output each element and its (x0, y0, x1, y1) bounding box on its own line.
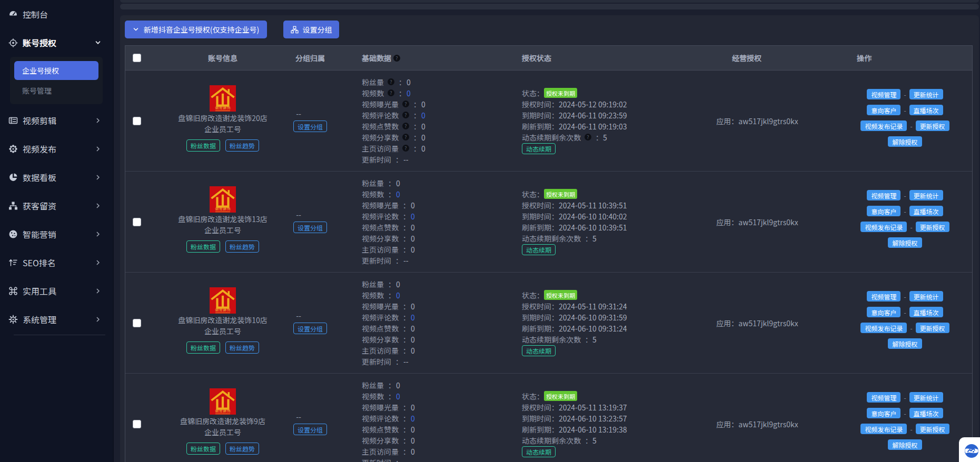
dynamic-renew-button[interactable]: 动态续期 (522, 446, 556, 457)
help-icon[interactable]: ? (388, 78, 394, 85)
fans-trend-button[interactable]: 粉丝趋势 (225, 443, 259, 455)
content-area: 新增抖音企业号授权(仅支持企业号) 设置分组 账号信息 分组归属 基础数据? 授… (115, 0, 980, 462)
row-checkbox[interactable] (133, 319, 141, 327)
live-sessions-button[interactable]: 直播场次 (909, 307, 943, 317)
basic-label: 更新时间 (362, 255, 391, 266)
revoke-auth-button[interactable]: 解除授权 (888, 338, 922, 349)
fans-trend-button[interactable]: 粉丝趋势 (225, 139, 259, 152)
help-icon[interactable]: ? (402, 101, 409, 107)
add-enterprise-auth-button[interactable]: 新增抖音企业号授权(仅支持企业号) (125, 21, 267, 38)
revoke-auth-button[interactable]: 解除授权 (888, 439, 922, 450)
refresh-expire-value: 2024-06-10 09:31:24 (559, 323, 627, 334)
update-auth-button[interactable]: 更新授权 (916, 424, 949, 434)
fans-trend-button[interactable]: 粉丝趋势 (225, 342, 259, 354)
set-group-button[interactable]: 设置分组 (283, 21, 339, 38)
set-group-row-button[interactable]: 设置分组 (293, 120, 327, 132)
video-manage-button[interactable]: 视频管理 (867, 190, 900, 200)
revoke-auth-button[interactable]: 解除授权 (888, 136, 922, 147)
sidebar-subitem-account-manage[interactable]: 账号管理 (14, 81, 98, 100)
basic-label: 视频数 (362, 189, 384, 199)
sidebar-item-video-edit[interactable]: 视频剪辑 (0, 106, 113, 135)
floating-analytics-widget[interactable] (959, 437, 980, 462)
update-stats-button[interactable]: 更新统计 (909, 291, 943, 302)
sidebar-item-console[interactable]: 控制台 (0, 0, 113, 28)
live-sessions-button[interactable]: 直播场次 (909, 408, 943, 418)
update-auth-button[interactable]: 更新授权 (916, 120, 949, 131)
company-logo-avatar[interactable]: 谢龙装饰 (210, 287, 236, 314)
select-all-checkbox[interactable] (133, 54, 141, 62)
basic-label: 粉丝量 (362, 279, 384, 289)
update-auth-button[interactable]: 更新授权 (916, 222, 949, 232)
help-icon[interactable]: ? (402, 145, 409, 152)
fans-data-button[interactable]: 粉丝数据 (186, 443, 220, 455)
basic-value: 0 (396, 279, 400, 289)
help-icon[interactable]: ? (402, 112, 409, 118)
company-logo-avatar[interactable]: 谢龙装饰 (210, 186, 236, 213)
basic-value: 0 (411, 211, 415, 222)
cell-business-auth: 应用：aw517jkl9gtrs0kx (691, 273, 823, 373)
set-group-row-button[interactable]: 设置分组 (293, 222, 327, 233)
revoke-auth-button[interactable]: 解除授权 (888, 237, 922, 248)
film-icon (8, 116, 18, 125)
dynamic-renew-button[interactable]: 动态续期 (522, 143, 556, 154)
help-icon[interactable]: ? (393, 55, 400, 62)
update-stats-button[interactable]: 更新统计 (909, 89, 943, 99)
intent-customers-button[interactable]: 意向客户 (867, 105, 900, 115)
sidebar-submenu: 企业号授权 账号管理 (10, 57, 103, 104)
video-manage-button[interactable]: 视频管理 (867, 89, 900, 99)
help-icon[interactable]: ? (402, 134, 409, 140)
basic-label: 视频点赞数 (362, 323, 399, 334)
fans-data-button[interactable]: 粉丝数据 (186, 139, 220, 152)
tags-bar[interactable] (120, 4, 979, 9)
video-manage-button[interactable]: 视频管理 (867, 291, 900, 302)
sidebar-item-smart-marketing[interactable]: 智能营销 (0, 220, 113, 248)
fans-trend-button[interactable]: 粉丝趋势 (225, 240, 259, 253)
basic-value: 0 (411, 323, 415, 334)
video-manage-button[interactable]: 视频管理 (867, 392, 900, 403)
sidebar-subitem-enterprise-auth[interactable]: 企业号授权 (14, 61, 98, 80)
company-logo-avatar[interactable]: 谢龙装饰 (210, 388, 236, 415)
update-auth-button[interactable]: 更新授权 (916, 323, 949, 333)
cell-basic-data: 粉丝量 ? ： 0 视频数 ? ： 0 视频曝光量 ? ： 0 视频评论数 ? … (345, 273, 519, 373)
basic-value: 0 (411, 301, 415, 312)
live-sessions-button[interactable]: 直播场次 (909, 105, 943, 115)
publish-records-button[interactable]: 视频发布记录 (860, 323, 907, 333)
fans-data-button[interactable]: 粉丝数据 (186, 342, 220, 354)
intent-customers-button[interactable]: 意向客户 (867, 206, 900, 216)
update-stats-button[interactable]: 更新统计 (909, 190, 943, 200)
chevron-right-icon (95, 259, 101, 266)
dynamic-renew-button[interactable]: 动态续期 (522, 345, 556, 356)
sidebar-item-seo-rank[interactable]: SEO排名 (0, 248, 113, 277)
help-icon[interactable]: ? (388, 89, 394, 96)
publish-records-button[interactable]: 视频发布记录 (860, 424, 907, 434)
sidebar-item-system-manage[interactable]: 系统管理 (0, 305, 113, 334)
publish-records-button[interactable]: 视频发布记录 (860, 222, 907, 232)
basic-label: 粉丝量 (362, 380, 384, 390)
row-checkbox[interactable] (133, 218, 141, 226)
row-checkbox[interactable] (133, 420, 141, 428)
help-icon[interactable]: ? (585, 134, 591, 140)
dynamic-renew-button[interactable]: 动态续期 (522, 244, 556, 255)
account-name: 盘锦旧房改造谢龙装饰10店 (178, 315, 268, 326)
help-icon[interactable]: ? (402, 123, 409, 129)
sidebar-item-utility-tools[interactable]: 实用工具 (0, 277, 113, 305)
publish-records-button[interactable]: 视频发布记录 (860, 120, 907, 131)
cell-account: 谢龙装饰 盘锦旧房改造谢龙装饰10店 企业员工号 粉丝数据 粉丝趋势 (149, 273, 297, 373)
intent-customers-button[interactable]: 意向客户 (867, 307, 900, 317)
header-operations: 操作 (827, 46, 972, 70)
sidebar-item-video-publish[interactable]: 视频发布 (0, 135, 113, 163)
company-logo-avatar[interactable]: 谢龙装饰 (210, 85, 236, 112)
sidebar-item-lead-capture[interactable]: 获客留资 (0, 192, 113, 220)
intent-customers-button[interactable]: 意向客户 (867, 408, 900, 418)
set-group-row-button[interactable]: 设置分组 (293, 323, 327, 334)
sidebar-item-account-auth[interactable]: 账号授权 (0, 28, 113, 57)
sidebar-item-data-board[interactable]: 数据看板 (0, 163, 113, 192)
row-checkbox[interactable] (133, 117, 141, 125)
basic-value: 0 (411, 200, 415, 210)
set-group-row-button[interactable]: 设置分组 (293, 424, 327, 435)
cell-operations: 视频管理 - 更新统计 意向客户 - 直播场次 视频发布记录 - 更新授权 解除… (833, 273, 977, 373)
update-stats-button[interactable]: 更新统计 (909, 392, 943, 403)
cell-account: 谢龙装饰 盘锦旧房改造谢龙装饰9店 企业员工号 粉丝数据 粉丝趋势 (149, 374, 297, 462)
live-sessions-button[interactable]: 直播场次 (909, 206, 943, 216)
fans-data-button[interactable]: 粉丝数据 (186, 240, 220, 253)
